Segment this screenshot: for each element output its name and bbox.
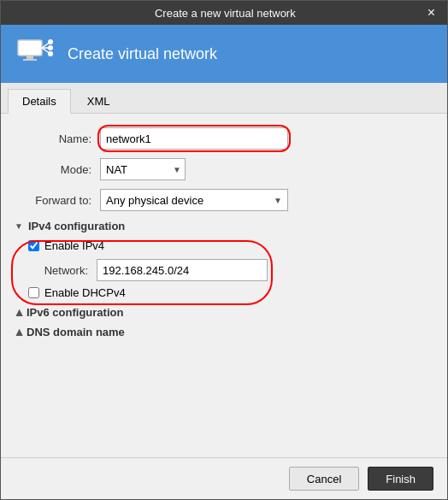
finish-button[interactable]: Finish: [368, 467, 433, 491]
dns-section-title: DNS domain name: [27, 326, 125, 338]
dns-section: ▶ DNS domain name: [15, 326, 433, 338]
enable-ipv4-row: Enable IPv4: [28, 239, 433, 252]
mode-select-wrap: NAT Isolated Routed ▼: [100, 158, 186, 180]
svg-point-8: [48, 51, 53, 56]
titlebar: Create a new virtual network ×: [1, 1, 447, 25]
enable-ipv4-label: Enable IPv4: [44, 239, 104, 252]
name-row: Name:: [15, 127, 433, 150]
cancel-button[interactable]: Cancel: [289, 467, 359, 491]
svg-point-6: [48, 39, 53, 44]
tab-details[interactable]: Details: [8, 89, 71, 114]
ipv4-section-title: IPv4 configuration: [28, 220, 125, 232]
network-input-wrap: [97, 259, 268, 281]
mode-label: Mode:: [15, 163, 91, 176]
enable-dhcp-row: Enable DHCPv4: [28, 286, 433, 299]
name-input[interactable]: [100, 127, 288, 150]
create-virtual-network-window: Create a new virtual network × Create vi…: [0, 0, 448, 500]
header-banner: Create virtual network: [1, 25, 447, 83]
header-title: Create virtual network: [68, 45, 217, 63]
svg-rect-0: [18, 40, 42, 56]
mode-select[interactable]: NAT Isolated Routed: [100, 158, 186, 180]
ipv4-section-header[interactable]: ▼ IPv4 configuration: [15, 220, 433, 232]
forward-label: Forward to:: [15, 194, 91, 207]
ipv6-section: ▶ IPv6 configuration: [15, 306, 433, 319]
ipv6-section-header[interactable]: ▶ IPv6 configuration: [15, 306, 433, 319]
dns-section-header[interactable]: ▶ DNS domain name: [15, 326, 433, 338]
network-input[interactable]: [97, 259, 268, 281]
network-icon: [15, 33, 56, 74]
forward-row: Forward to: Any physical device ▼: [15, 189, 433, 211]
dns-arrow-icon: ▶: [14, 329, 23, 336]
ipv6-section-title: IPv6 configuration: [27, 306, 123, 319]
footer: Cancel Finish: [1, 457, 447, 499]
svg-point-7: [48, 45, 53, 50]
ipv4-arrow-icon: ▼: [15, 221, 23, 231]
close-button[interactable]: ×: [422, 4, 440, 21]
enable-ipv4-checkbox[interactable]: [28, 240, 39, 251]
ipv4-section: ▼ IPv4 configuration Enable IPv4 Network…: [15, 220, 433, 299]
network-label: Network:: [28, 264, 88, 277]
enable-dhcpv4-label: Enable DHCPv4: [44, 286, 126, 299]
window-title: Create a new virtual network: [28, 7, 422, 20]
name-input-wrap: [100, 127, 288, 150]
mode-row: Mode: NAT Isolated Routed ▼: [15, 158, 433, 180]
content-area: Name: Mode: NAT Isolated Routed ▼ Forwar…: [1, 114, 447, 457]
forward-to-select[interactable]: Any physical device: [100, 189, 288, 211]
ipv4-section-content: Enable IPv4 Network: Enable DHCPv4: [15, 239, 433, 299]
name-label: Name:: [15, 132, 91, 145]
svg-rect-1: [27, 56, 33, 59]
network-row: Network:: [28, 259, 433, 281]
tabs-bar: Details XML: [1, 83, 447, 114]
forward-select-wrap: Any physical device ▼: [100, 189, 288, 211]
tab-xml[interactable]: XML: [73, 89, 125, 114]
ipv6-arrow-icon: ▶: [14, 309, 23, 316]
enable-dhcpv4-checkbox[interactable]: [28, 287, 39, 298]
svg-rect-2: [23, 59, 37, 61]
